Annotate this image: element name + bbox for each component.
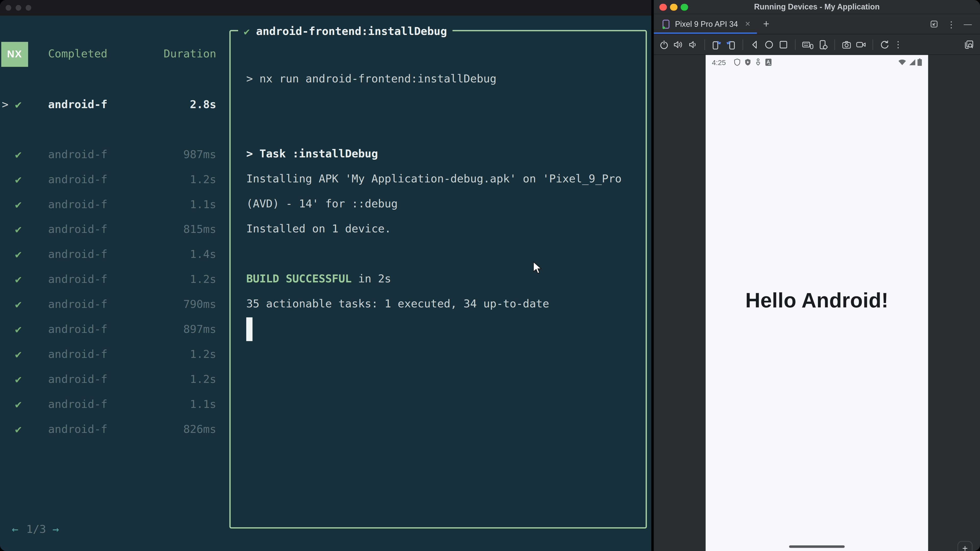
task-duration: 1.4s bbox=[144, 248, 216, 260]
android-statusbar: 4:25 bbox=[706, 55, 928, 69]
battery-icon bbox=[918, 58, 922, 66]
log-line: Installed on 1 device. bbox=[246, 222, 391, 235]
home-button-icon[interactable] bbox=[764, 39, 775, 50]
toolbar-separator bbox=[742, 39, 743, 50]
task-row[interactable]: ✔ android-f 1.2s bbox=[0, 368, 225, 393]
app-badge-icon: A bbox=[765, 58, 772, 66]
screen-search-icon[interactable] bbox=[964, 39, 974, 50]
selected-task-row[interactable]: > ✔ android-f 2.8s bbox=[0, 93, 225, 118]
task-duration: 1.1s bbox=[144, 398, 216, 410]
task-row[interactable]: ✔ android-f 987ms bbox=[0, 143, 225, 168]
task-row[interactable]: ✔ android-f 1.2s bbox=[0, 268, 225, 293]
zoom-controls: + − 1:1 bbox=[958, 541, 973, 551]
hide-panel-icon[interactable]: — bbox=[964, 19, 972, 29]
task-duration: 987ms bbox=[144, 148, 216, 160]
task-duration: 826ms bbox=[144, 423, 216, 435]
log-line: Installing APK 'My Application-debug.apk… bbox=[246, 172, 622, 185]
device-screen[interactable]: 4:25 bbox=[706, 55, 928, 551]
more-options-icon[interactable]: ⋮ bbox=[947, 19, 956, 29]
gradle-task-line: > Task :installDebug bbox=[246, 148, 378, 160]
dock-window-icon[interactable] bbox=[929, 19, 939, 29]
check-icon: ✔ bbox=[15, 298, 22, 310]
check-icon: ✔ bbox=[15, 323, 22, 335]
task-duration: 1.2s bbox=[144, 173, 216, 186]
task-row[interactable]: ✔ android-f 1.2s bbox=[0, 343, 225, 368]
system-status-icons bbox=[898, 58, 922, 66]
task-row[interactable]: ✔ android-f 1.1s bbox=[0, 193, 225, 218]
page-indicator: 1/3 bbox=[26, 523, 46, 535]
task-duration: 1.1s bbox=[144, 198, 216, 210]
profile-heart-icon bbox=[755, 58, 761, 66]
duration-column-header: Duration bbox=[144, 48, 216, 60]
task-list-header: Completed Duration bbox=[0, 43, 225, 68]
task-name: android-f bbox=[48, 198, 107, 210]
task-name: android-f bbox=[48, 298, 107, 310]
volume-up-icon[interactable] bbox=[673, 39, 684, 50]
tab-close-icon[interactable]: ✕ bbox=[745, 20, 751, 28]
snapshots-reset-icon[interactable] bbox=[880, 39, 890, 50]
add-device-tab-button[interactable]: + bbox=[763, 18, 769, 30]
device-tabbar: Pixel 9 Pro API 34 ✕ + ⋮ — bbox=[654, 14, 980, 34]
task-name: android-f bbox=[48, 173, 107, 186]
virtual-input-icon[interactable] bbox=[802, 39, 814, 50]
task-row[interactable]: ✔ android-f 897ms bbox=[0, 318, 225, 343]
play-protect-icon bbox=[745, 58, 752, 66]
check-icon: ✔ bbox=[244, 25, 250, 37]
task-row[interactable]: ✔ android-f 826ms bbox=[0, 418, 225, 443]
back-button-icon[interactable] bbox=[749, 39, 760, 50]
running-devices-window: Running Devices - My Application Pixel 9… bbox=[654, 0, 980, 551]
task-duration: 1.2s bbox=[144, 373, 216, 386]
task-row[interactable]: ✔ android-f 815ms bbox=[0, 218, 225, 243]
task-row[interactable]: ✔ android-f 1.1s bbox=[0, 393, 225, 418]
task-duration: 790ms bbox=[144, 298, 216, 310]
terminal-cursor bbox=[246, 318, 252, 341]
toolbar-separator bbox=[704, 39, 705, 50]
check-icon: ✔ bbox=[15, 223, 22, 235]
toolbar-separator bbox=[795, 39, 795, 50]
check-icon: ✔ bbox=[15, 273, 22, 286]
task-list: ✔ android-f 987ms ✔ android-f 1.2s ✔ and… bbox=[0, 143, 225, 443]
window-zoom-button[interactable] bbox=[25, 5, 31, 11]
screen-record-icon[interactable] bbox=[856, 39, 866, 50]
task-row[interactable]: ✔ android-f 1.2s bbox=[0, 168, 225, 193]
window-minimize-button[interactable] bbox=[16, 5, 21, 11]
prev-page-arrow[interactable]: ← bbox=[12, 523, 19, 535]
next-page-arrow[interactable]: → bbox=[52, 523, 59, 535]
gesture-navigation-bar[interactable] bbox=[789, 545, 845, 548]
task-row[interactable]: ✔ android-f 1.4s bbox=[0, 243, 225, 268]
device-display-area: 4:25 bbox=[654, 55, 980, 551]
pagination: ← 1/3 → bbox=[0, 518, 125, 543]
zoom-in-button[interactable]: + bbox=[962, 545, 967, 551]
device-toolbar: ⋮ bbox=[654, 35, 980, 55]
device-settings-icon[interactable] bbox=[818, 39, 828, 50]
phone-device-icon bbox=[662, 19, 670, 29]
build-successful-text: BUILD SUCCESSFUL bbox=[246, 272, 352, 285]
window-close-button[interactable] bbox=[6, 5, 11, 11]
task-name: android-f bbox=[48, 248, 107, 260]
task-row[interactable]: ✔ android-f 790ms bbox=[0, 293, 225, 318]
check-icon: ✔ bbox=[15, 248, 22, 260]
svg-text:A: A bbox=[767, 59, 770, 65]
screenshot-camera-icon[interactable] bbox=[841, 39, 852, 50]
check-icon: ✔ bbox=[15, 198, 22, 210]
terminal-titlebar[interactable] bbox=[0, 0, 651, 16]
power-button-icon[interactable] bbox=[659, 39, 670, 50]
task-output-panel: ✔ android-frontend:installDebug > nx run… bbox=[229, 30, 647, 529]
check-icon: ✔ bbox=[15, 173, 22, 186]
task-name: android-f bbox=[48, 148, 107, 160]
status-time: 4:25 bbox=[712, 59, 726, 66]
studio-titlebar[interactable]: Running Devices - My Application bbox=[654, 0, 980, 14]
volume-down-icon[interactable] bbox=[687, 39, 698, 50]
rotate-left-icon[interactable] bbox=[711, 39, 722, 50]
log-line: (AVD) - 14' for ::debug bbox=[246, 197, 398, 210]
check-icon: ✔ bbox=[15, 423, 22, 435]
hello-android-text: Hello Android! bbox=[706, 289, 928, 312]
toolbar-separator bbox=[873, 39, 873, 50]
check-icon: ✔ bbox=[15, 348, 22, 360]
toolbar-more-icon[interactable]: ⋮ bbox=[894, 39, 902, 49]
task-name: android-f bbox=[48, 423, 107, 435]
tab-pixel-9-pro[interactable]: Pixel 9 Pro API 34 ✕ bbox=[654, 14, 757, 34]
rotate-right-icon[interactable] bbox=[725, 39, 736, 50]
task-output-header: ✔ android-frontend:installDebug bbox=[238, 23, 452, 40]
overview-button-icon[interactable] bbox=[778, 39, 789, 50]
